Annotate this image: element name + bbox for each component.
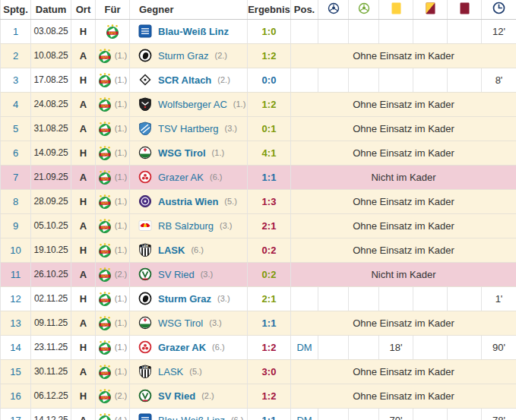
for-club-rank: (1.) (115, 318, 128, 327)
matchday-link[interactable]: 13 (10, 317, 21, 329)
matchday-link[interactable]: 9 (13, 220, 18, 232)
position-link[interactable]: DM (296, 415, 312, 420)
yellow-red-card-cell (413, 68, 448, 92)
result-link[interactable]: 0:1 (262, 123, 277, 134)
opponent-link[interactable]: SV Ried (158, 269, 195, 280)
squad-status-cell: Ohne Einsatz im Kader (291, 359, 516, 384)
opponent-link[interactable]: WSG Tirol (158, 317, 203, 329)
result-cell: 1:2 (248, 335, 291, 359)
result-link[interactable]: 1:3 (262, 196, 277, 207)
opponent-badge-blau_weiss_linz[interactable] (138, 413, 152, 420)
for-club-badge[interactable]: RAPID (98, 365, 112, 379)
result-link[interactable]: 1:0 (262, 26, 277, 37)
opponent-link[interactable]: Blau-Weiß Linz (158, 26, 229, 37)
opponent-link[interactable]: Blau-Weiß Linz (158, 415, 225, 420)
opponent-badge-rb_salzburg[interactable] (138, 219, 152, 232)
opponent-link[interactable]: WSG Tirol (158, 147, 206, 159)
for-club-badge[interactable]: RAPID (98, 219, 112, 233)
for-club-badge[interactable]: RAPID (98, 267, 112, 282)
position-link[interactable]: DM (296, 342, 312, 353)
for-club-badge[interactable]: RAPID (98, 316, 112, 330)
for-club-badge[interactable]: RAPID (98, 413, 112, 420)
date-cell: 06.12.25 (31, 384, 71, 408)
opponent-link[interactable]: SV Ried (158, 390, 195, 402)
matchday-link[interactable]: 10 (10, 245, 21, 256)
opponent-link[interactable]: Austria Wien (158, 196, 218, 207)
opponent-badge-sturm_graz[interactable] (138, 292, 152, 305)
opponent-link[interactable]: LASK (158, 366, 183, 377)
matchday-link[interactable]: 2 (13, 50, 18, 62)
opponent-link[interactable]: Sturm Graz (158, 293, 211, 305)
result-link[interactable]: 1:2 (262, 342, 277, 353)
opponent-badge-austria_wien[interactable] (138, 194, 152, 208)
result-link[interactable]: 1:1 (262, 317, 277, 329)
minutes-cell: 1' (482, 286, 516, 311)
for-club-badge[interactable]: RAPID (98, 389, 112, 403)
opponent-badge-grazer_ak[interactable] (138, 170, 152, 184)
matchday-link[interactable]: 11 (11, 269, 21, 280)
result-link[interactable]: 1:1 (262, 172, 277, 183)
result-link[interactable]: 1:1 (262, 415, 277, 420)
for-club-badge[interactable]: RAPID (98, 170, 112, 185)
opponent-badge-wolfsberger_ac[interactable] (138, 97, 152, 111)
venue-cell: A (71, 92, 96, 116)
opponent-badge-tsv_hartberg[interactable] (138, 122, 152, 135)
matchday-link[interactable]: 6 (13, 147, 18, 159)
opponent-link[interactable]: LASK (158, 245, 185, 256)
opponent-badge-wsg_tirol[interactable] (138, 316, 152, 330)
result-link[interactable]: 0:2 (262, 245, 277, 256)
for-club-badge[interactable]: RAPID (98, 194, 112, 209)
matchday-link[interactable]: 4 (13, 99, 18, 110)
opponent-badge-sturm_graz[interactable] (138, 49, 152, 62)
result-link[interactable]: 1:2 (262, 99, 277, 110)
opponent-badge-blau_weiss_linz[interactable] (138, 24, 152, 38)
matchday-link[interactable]: 8 (13, 196, 18, 207)
for-club-badge[interactable]: RAPID (98, 49, 112, 63)
opponent-rank: (3.) (209, 318, 222, 327)
opponent-badge-lask[interactable]: LASK (138, 365, 152, 378)
result-link[interactable]: 4:1 (262, 147, 277, 159)
for-club-badge[interactable]: RAPID (98, 340, 112, 355)
for-club-badge[interactable]: RAPID (98, 73, 112, 87)
for-club-badge[interactable]: RAPID (98, 97, 112, 112)
result-link[interactable]: 1:2 (262, 390, 277, 402)
matchday-link[interactable]: 16 (10, 390, 21, 402)
matchday-link[interactable]: 17 (10, 415, 21, 420)
opponent-link[interactable]: Wolfsberger AC (158, 99, 227, 110)
opponent-badge-grazer_ak[interactable] (138, 340, 152, 354)
result-link[interactable]: 0:0 (262, 74, 277, 86)
for-club-badge[interactable]: RAPID (98, 122, 112, 136)
result-link[interactable]: 0:2 (262, 269, 277, 280)
matchday-link[interactable]: 3 (13, 74, 18, 86)
matchday-cell: 12 (1, 286, 31, 311)
result-link[interactable]: 2:1 (262, 220, 277, 232)
result-link[interactable]: 1:2 (262, 50, 277, 62)
opponent-link[interactable]: SCR Altach (158, 74, 211, 86)
result-link[interactable]: 2:1 (262, 293, 277, 305)
opponent-link[interactable]: Grazer AK (158, 342, 206, 353)
matchday-link[interactable]: 12 (10, 293, 21, 305)
assists-cell (349, 68, 379, 92)
for-club-cell: RAPID(4.) (96, 408, 130, 420)
for-club-badge[interactable]: RAPID (98, 146, 112, 160)
opponent-link[interactable]: Sturm Graz (158, 50, 208, 62)
opponent-link[interactable]: TSV Hartberg (158, 123, 218, 134)
for-club-badge[interactable]: RAPID (98, 243, 112, 257)
opponent-badge-sv_ried[interactable] (138, 267, 152, 281)
matchday-link[interactable]: 1 (13, 26, 18, 37)
matchday-link[interactable]: 14 (10, 342, 21, 353)
for-club-badge[interactable]: RAPID (106, 24, 119, 39)
for-club-cell: RAPID(1.) (96, 238, 130, 262)
opponent-cell: WSG Tirol(1.) (130, 141, 248, 165)
opponent-badge-sv_ried[interactable] (138, 389, 152, 403)
matchday-link[interactable]: 7 (13, 172, 18, 183)
result-link[interactable]: 3:0 (262, 366, 277, 377)
opponent-badge-scr_altach[interactable] (138, 73, 152, 87)
opponent-badge-wsg_tirol[interactable] (138, 146, 152, 159)
opponent-link[interactable]: Grazer AK (158, 172, 204, 183)
opponent-badge-lask[interactable]: LASK (138, 243, 152, 257)
opponent-link[interactable]: RB Salzburg (158, 220, 214, 232)
matchday-link[interactable]: 5 (13, 123, 18, 134)
matchday-link[interactable]: 15 (10, 366, 21, 377)
for-club-badge[interactable]: RAPID (98, 292, 112, 306)
